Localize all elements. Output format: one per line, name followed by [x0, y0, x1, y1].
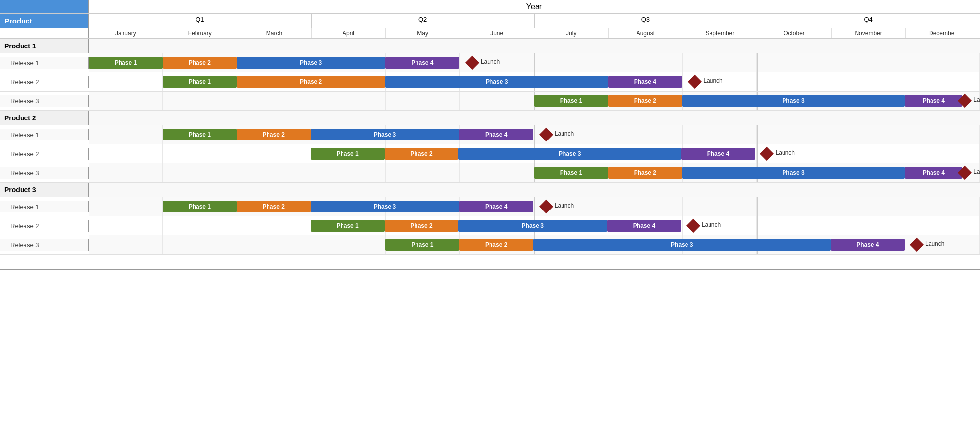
product-header-label: Product	[0, 14, 89, 28]
release-timeline-p3-r2: Phase 1Phase 2Phase 3Phase 4Launch	[89, 216, 980, 235]
release-timeline-p1-r2: Phase 1Phase 2Phase 3Phase 4Launch	[89, 72, 980, 91]
release-row-p2-r2: Release 2Phase 1Phase 2Phase 3Phase 4Lau…	[0, 144, 980, 163]
launch-label-p3-r3: Launch	[925, 240, 944, 247]
bar-phase4-p1-r3: Phase 4	[905, 95, 962, 107]
bar-phase2-p3-r2: Phase 2	[385, 220, 459, 232]
quarter-q2: Q2	[312, 14, 535, 28]
bar-phase4-p2-r2: Phase 4	[681, 148, 755, 160]
launch-label-p1-r3: Launch	[973, 96, 980, 103]
release-label-p1-r1: Release 1	[0, 57, 89, 69]
release-label-p2-r3: Release 3	[0, 167, 89, 179]
release-label-p3-r1: Release 1	[0, 201, 89, 212]
month-jun: June	[460, 28, 535, 38]
release-timeline-p2-r3: Phase 1Phase 2Phase 3Phase 4Launch	[89, 163, 980, 182]
launch-label-p1-r1: Launch	[481, 58, 500, 65]
bar-phase3-p3-r3: Phase 3	[533, 239, 831, 251]
quarter-divider	[757, 53, 758, 72]
month-jul: July	[534, 28, 609, 38]
product-group-label-1: Product 1	[0, 39, 89, 53]
bar-phase2-p1-r3: Phase 2	[608, 95, 682, 107]
milestone-diamond-p1-r1	[465, 56, 479, 70]
bar-phase2-p2-r3: Phase 2	[608, 167, 682, 179]
month-sep: September	[683, 28, 758, 38]
release-label-p2-r1: Release 1	[0, 129, 89, 140]
quarter-divider	[312, 92, 312, 110]
release-label-p1-r3: Release 3	[0, 95, 89, 107]
quarter-divider	[534, 125, 535, 144]
quarter-divider	[312, 235, 312, 254]
bar-phase4-p2-r3: Phase 4	[905, 167, 962, 179]
bar-phase1-p2-r3: Phase 1	[534, 167, 608, 179]
milestone-diamond-p3-r3	[910, 238, 924, 252]
bar-phase3-p2-r2: Phase 3	[458, 148, 681, 160]
release-timeline-p2-r2: Phase 1Phase 2Phase 3Phase 4Launch	[89, 144, 980, 163]
products-container: Product 1 Release 1Phase 1Phase 2Phase 3…	[0, 39, 980, 255]
gantt-chart: Year Product Q1 Q2 Q3 Q4 January	[0, 0, 980, 270]
quarter-divider	[757, 125, 758, 144]
launch-label-p2-r3: Launch	[973, 168, 980, 175]
quarters-container: Q1 Q2 Q3 Q4	[89, 14, 980, 28]
months-spacer	[0, 28, 89, 38]
release-label-p3-r3: Release 3	[0, 239, 89, 251]
month-may: May	[386, 28, 460, 38]
month-dec: December	[906, 28, 980, 38]
release-row-p1-r3: Release 3Phase 1Phase 2Phase 3Phase 4Lau…	[0, 92, 980, 111]
release-row-p1-r2: Release 2Phase 1Phase 2Phase 3Phase 4Lau…	[0, 72, 980, 92]
product-group-spacer-1	[89, 39, 980, 53]
month-jan: January	[89, 28, 163, 38]
quarter-q1: Q1	[89, 14, 312, 28]
release-timeline-p3-r1: Phase 1Phase 2Phase 3Phase 4Launch	[89, 197, 980, 216]
launch-label-p2-r1: Launch	[555, 130, 574, 137]
release-timeline-p3-r3: Phase 1Phase 2Phase 3Phase 4Launch	[89, 235, 980, 254]
product-group-label-3: Product 3	[0, 183, 89, 197]
product-group-spacer-2	[89, 111, 980, 125]
quarter-divider	[757, 144, 758, 163]
month-feb: February	[163, 28, 238, 38]
bar-phase3-p1-r3: Phase 3	[682, 95, 905, 107]
month-nov: November	[832, 28, 906, 38]
months-container: January February March April May June Ju…	[89, 28, 980, 38]
bar-phase2-p1-r1: Phase 2	[163, 57, 237, 69]
bar-phase2-p2-r1: Phase 2	[237, 129, 311, 140]
release-label-p1-r2: Release 2	[0, 76, 89, 88]
quarter-q4: Q4	[757, 14, 980, 28]
product-group-2: Product 2	[0, 111, 980, 125]
bar-phase2-p3-r3: Phase 2	[459, 239, 533, 251]
product-group-label-2: Product 2	[0, 111, 89, 125]
month-mar: March	[237, 28, 312, 38]
bar-phase3-p2-r1: Phase 3	[311, 129, 460, 140]
bar-phase1-p1-r1: Phase 1	[89, 57, 163, 69]
release-timeline-p1-r3: Phase 1Phase 2Phase 3Phase 4Launch	[89, 92, 980, 110]
bar-phase2-p2-r2: Phase 2	[385, 148, 459, 160]
bar-phase4-p2-r1: Phase 4	[459, 129, 533, 140]
milestone-diamond-p1-r2	[688, 75, 702, 89]
month-apr: April	[312, 28, 386, 38]
bar-phase4-p1-r1: Phase 4	[385, 57, 459, 69]
bar-phase4-p1-r2: Phase 4	[608, 76, 682, 88]
launch-label-p1-r2: Launch	[703, 77, 722, 84]
bar-phase4-p3-r2: Phase 4	[607, 220, 681, 232]
bar-phase2-p1-r2: Phase 2	[237, 76, 386, 88]
year-title: Year	[89, 0, 980, 13]
milestone-diamond-p2-r2	[760, 147, 774, 161]
milestone-diamond-p3-r2	[686, 219, 700, 233]
release-row-p3-r2: Release 2Phase 1Phase 2Phase 3Phase 4Lau…	[0, 216, 980, 235]
launch-label-p3-r2: Launch	[702, 221, 721, 228]
quarter-row: Product Q1 Q2 Q3 Q4	[0, 14, 980, 28]
bar-phase4-p3-r1: Phase 4	[459, 201, 533, 212]
quarter-divider	[757, 197, 758, 216]
quarter-divider	[757, 72, 758, 91]
product-group-3: Product 3	[0, 183, 980, 197]
quarter-q3: Q3	[535, 14, 758, 28]
release-row-p3-r1: Release 1Phase 1Phase 2Phase 3Phase 4Lau…	[0, 197, 980, 216]
month-oct: October	[757, 28, 832, 38]
launch-label-p3-r1: Launch	[555, 202, 574, 209]
release-timeline-p1-r1: Phase 1Phase 2Phase 3Phase 4Launch	[89, 53, 980, 72]
bar-phase3-p2-r3: Phase 3	[682, 167, 905, 179]
milestone-diamond-p3-r1	[539, 200, 553, 213]
footer	[0, 255, 980, 269]
bar-phase4-p3-r3: Phase 4	[831, 239, 905, 251]
bar-phase1-p1-r3: Phase 1	[534, 95, 608, 107]
month-aug: August	[609, 28, 683, 38]
release-row-p2-r3: Release 3Phase 1Phase 2Phase 3Phase 4Lau…	[0, 163, 980, 183]
